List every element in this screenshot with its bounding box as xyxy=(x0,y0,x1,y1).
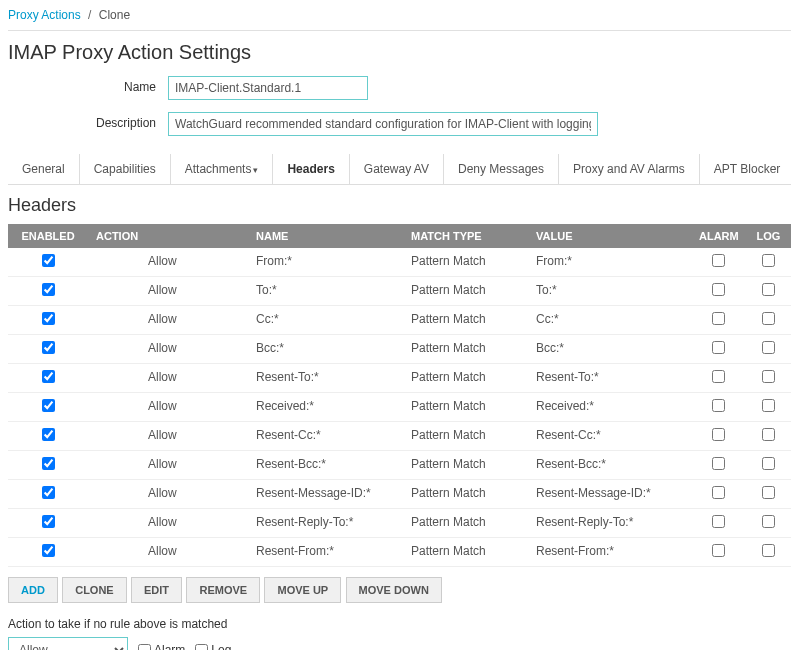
table-row[interactable]: AllowResent-To:*Pattern MatchResent-To:* xyxy=(8,364,791,393)
enabled-checkbox[interactable] xyxy=(42,515,55,528)
action-cell: Allow xyxy=(88,480,248,509)
fallback-log-checkbox[interactable] xyxy=(195,644,208,651)
match-cell: Pattern Match xyxy=(403,422,528,451)
description-input[interactable] xyxy=(168,112,598,136)
col-match: Match Type xyxy=(403,224,528,248)
value-cell: Resent-Cc:* xyxy=(528,422,691,451)
enabled-checkbox[interactable] xyxy=(42,312,55,325)
fallback-alarm-checkbox[interactable] xyxy=(138,644,151,651)
col-name: Name xyxy=(248,224,403,248)
enabled-checkbox[interactable] xyxy=(42,457,55,470)
table-row[interactable]: AllowResent-Bcc:*Pattern MatchResent-Bcc… xyxy=(8,451,791,480)
log-checkbox[interactable] xyxy=(762,428,775,441)
enabled-checkbox[interactable] xyxy=(42,544,55,557)
action-cell: Allow xyxy=(88,364,248,393)
log-checkbox[interactable] xyxy=(762,486,775,499)
tab-headers[interactable]: Headers xyxy=(273,154,349,184)
tab-apt-blocker[interactable]: APT Blocker xyxy=(700,154,791,184)
match-cell: Pattern Match xyxy=(403,538,528,567)
table-row[interactable]: AllowResent-Message-ID:*Pattern MatchRes… xyxy=(8,480,791,509)
alarm-checkbox[interactable] xyxy=(712,428,725,441)
action-cell: Allow xyxy=(88,393,248,422)
value-cell: Bcc:* xyxy=(528,335,691,364)
col-action: Action xyxy=(88,224,248,248)
action-cell: Allow xyxy=(88,277,248,306)
table-row[interactable]: AllowCc:*Pattern MatchCc:* xyxy=(8,306,791,335)
section-title: Headers xyxy=(8,195,791,216)
table-row[interactable]: AllowFrom:*Pattern MatchFrom:* xyxy=(8,248,791,277)
tab-gateway-av[interactable]: Gateway AV xyxy=(350,154,444,184)
tab-capabilities[interactable]: Capabilities xyxy=(80,154,171,184)
log-checkbox[interactable] xyxy=(762,399,775,412)
alarm-checkbox[interactable] xyxy=(712,283,725,296)
breadcrumb: Proxy Actions / Clone xyxy=(8,4,791,31)
value-cell: Received:* xyxy=(528,393,691,422)
fallback-action-select[interactable]: Allow xyxy=(8,637,128,650)
enabled-checkbox[interactable] xyxy=(42,254,55,267)
tab-general[interactable]: General xyxy=(8,154,80,184)
fallback-log-label[interactable]: Log xyxy=(195,643,231,650)
alarm-checkbox[interactable] xyxy=(712,254,725,267)
breadcrumb-parent-link[interactable]: Proxy Actions xyxy=(8,8,81,22)
table-row[interactable]: AllowResent-Reply-To:*Pattern MatchResen… xyxy=(8,509,791,538)
action-cell: Allow xyxy=(88,248,248,277)
alarm-checkbox[interactable] xyxy=(712,486,725,499)
table-row[interactable]: AllowTo:*Pattern MatchTo:* xyxy=(8,277,791,306)
moveup-button[interactable]: MOVE UP xyxy=(264,577,341,603)
page-title: IMAP Proxy Action Settings xyxy=(8,41,791,64)
tab-proxy-and-av-alarms[interactable]: Proxy and AV Alarms xyxy=(559,154,700,184)
match-cell: Pattern Match xyxy=(403,306,528,335)
alarm-checkbox[interactable] xyxy=(712,341,725,354)
log-checkbox[interactable] xyxy=(762,370,775,383)
headers-table: Enabled Action Name Match Type Value Ala… xyxy=(8,224,791,567)
enabled-checkbox[interactable] xyxy=(42,428,55,441)
alarm-checkbox[interactable] xyxy=(712,370,725,383)
value-cell: From:* xyxy=(528,248,691,277)
name-input[interactable] xyxy=(168,76,368,100)
enabled-checkbox[interactable] xyxy=(42,399,55,412)
alarm-checkbox[interactable] xyxy=(712,312,725,325)
value-cell: Resent-To:* xyxy=(528,364,691,393)
enabled-checkbox[interactable] xyxy=(42,370,55,383)
name-cell: Resent-Message-ID:* xyxy=(248,480,403,509)
table-row[interactable]: AllowReceived:*Pattern MatchReceived:* xyxy=(8,393,791,422)
log-checkbox[interactable] xyxy=(762,515,775,528)
col-value: Value xyxy=(528,224,691,248)
clone-button[interactable]: CLONE xyxy=(62,577,127,603)
log-checkbox[interactable] xyxy=(762,254,775,267)
fallback-alarm-label[interactable]: Alarm xyxy=(138,643,185,650)
edit-button[interactable]: EDIT xyxy=(131,577,182,603)
enabled-checkbox[interactable] xyxy=(42,283,55,296)
log-checkbox[interactable] xyxy=(762,283,775,296)
value-cell: Cc:* xyxy=(528,306,691,335)
enabled-checkbox[interactable] xyxy=(42,341,55,354)
add-button[interactable]: ADD xyxy=(8,577,58,603)
table-row[interactable]: AllowResent-Cc:*Pattern MatchResent-Cc:* xyxy=(8,422,791,451)
log-checkbox[interactable] xyxy=(762,544,775,557)
table-row[interactable]: AllowBcc:*Pattern MatchBcc:* xyxy=(8,335,791,364)
fallback-label: Action to take if no rule above is match… xyxy=(8,617,791,631)
log-checkbox[interactable] xyxy=(762,341,775,354)
movedown-button[interactable]: MOVE DOWN xyxy=(346,577,442,603)
caret-down-icon: ▾ xyxy=(253,165,258,175)
name-cell: From:* xyxy=(248,248,403,277)
col-enabled: Enabled xyxy=(8,224,88,248)
alarm-checkbox[interactable] xyxy=(712,515,725,528)
breadcrumb-current: Clone xyxy=(99,8,130,22)
table-row[interactable]: AllowResent-From:*Pattern MatchResent-Fr… xyxy=(8,538,791,567)
row-actions: ADD CLONE EDIT REMOVE MOVE UP MOVE DOWN xyxy=(8,577,791,603)
name-cell: Resent-Cc:* xyxy=(248,422,403,451)
alarm-checkbox[interactable] xyxy=(712,399,725,412)
alarm-checkbox[interactable] xyxy=(712,544,725,557)
action-cell: Allow xyxy=(88,451,248,480)
tab-deny-messages[interactable]: Deny Messages xyxy=(444,154,559,184)
match-cell: Pattern Match xyxy=(403,480,528,509)
enabled-checkbox[interactable] xyxy=(42,486,55,499)
log-checkbox[interactable] xyxy=(762,457,775,470)
tabs-container: GeneralCapabilitiesAttachments▾HeadersGa… xyxy=(8,154,791,185)
remove-button[interactable]: REMOVE xyxy=(186,577,260,603)
log-checkbox[interactable] xyxy=(762,312,775,325)
alarm-checkbox[interactable] xyxy=(712,457,725,470)
tab-attachments[interactable]: Attachments▾ xyxy=(171,154,274,184)
name-cell: Resent-Reply-To:* xyxy=(248,509,403,538)
